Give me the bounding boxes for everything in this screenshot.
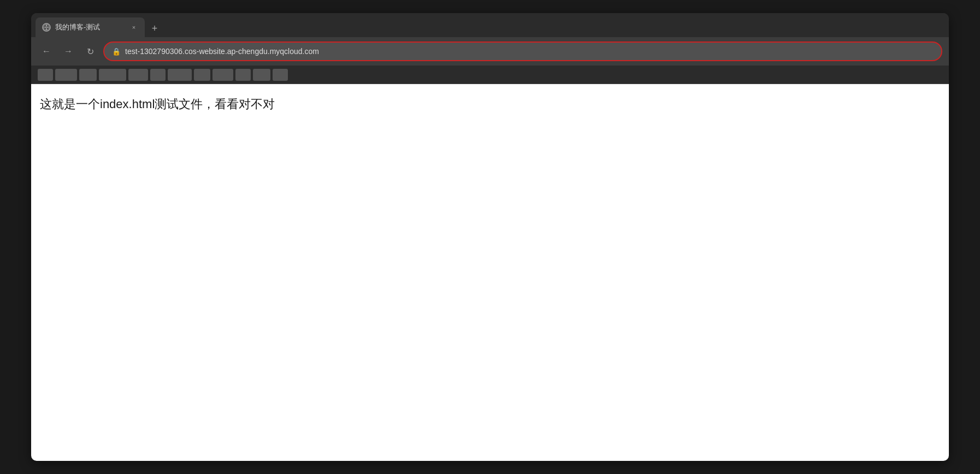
browser-window: 我的博客-测试 × + ← → ↻ 🔒 test-1302790306.cos-… xyxy=(31,13,949,461)
bookmark-item[interactable] xyxy=(273,69,288,81)
address-bar[interactable]: 🔒 test-1302790306.cos-website.ap-chengdu… xyxy=(103,42,942,61)
bookmark-item[interactable] xyxy=(99,69,126,81)
bookmark-item[interactable] xyxy=(168,69,192,81)
tab-title: 我的博客-测试 xyxy=(55,22,125,32)
tab-close-button[interactable]: × xyxy=(129,23,138,32)
new-tab-button[interactable]: + xyxy=(147,21,162,36)
page-text: 这就是一个index.html测试文件，看看对不对 xyxy=(40,95,940,113)
forward-button[interactable]: → xyxy=(60,43,77,60)
page-content: 这就是一个index.html测试文件，看看对不对 xyxy=(31,84,949,461)
bookmark-item[interactable] xyxy=(194,69,210,81)
bookmarks-bar xyxy=(31,66,949,84)
navigation-bar: ← → ↻ 🔒 test-1302790306.cos-website.ap-c… xyxy=(31,37,949,66)
address-bar-wrapper: 🔒 test-1302790306.cos-website.ap-chengdu… xyxy=(103,42,942,61)
bookmark-item[interactable] xyxy=(55,69,77,81)
bookmark-item[interactable] xyxy=(253,69,270,81)
reload-button[interactable]: ↻ xyxy=(81,43,99,60)
tab-favicon-icon xyxy=(42,23,51,32)
bookmark-item[interactable] xyxy=(212,69,233,81)
bookmark-item[interactable] xyxy=(38,69,53,81)
bookmark-item[interactable] xyxy=(128,69,148,81)
url-text: test-1302790306.cos-website.ap-chengdu.m… xyxy=(125,47,934,56)
back-button[interactable]: ← xyxy=(38,43,55,60)
tab-bar: 我的博客-测试 × + xyxy=(31,13,949,37)
browser-tab[interactable]: 我的博客-测试 × xyxy=(36,17,145,37)
bookmark-item[interactable] xyxy=(235,69,251,81)
bookmark-item[interactable] xyxy=(150,69,166,81)
bookmark-item[interactable] xyxy=(79,69,97,81)
lock-icon: 🔒 xyxy=(112,48,121,56)
